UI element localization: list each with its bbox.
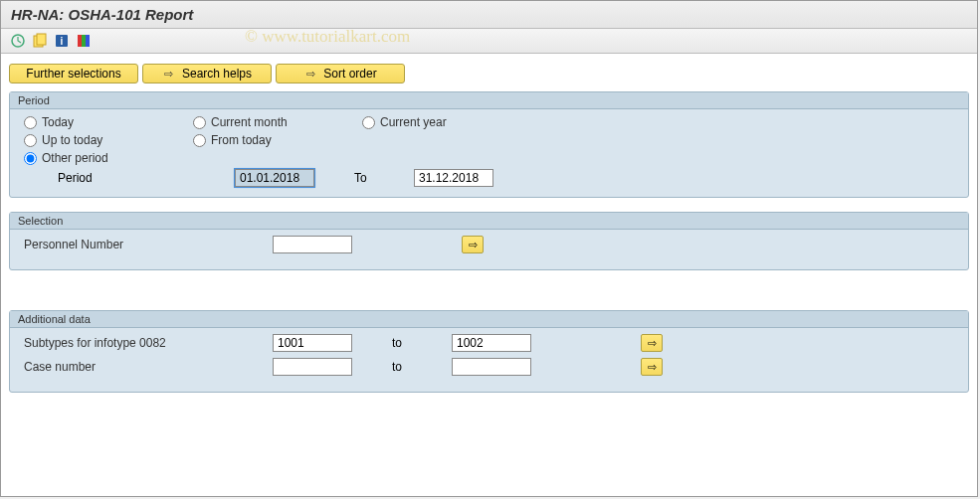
further-selections-button[interactable]: Further selections	[9, 64, 138, 83]
radio-from-today-label: From today	[211, 133, 272, 147]
radio-up-to-today-label: Up to today	[42, 133, 102, 147]
case-number-label: Case number	[24, 360, 263, 374]
svg-rect-2	[37, 34, 46, 45]
personnel-number-input[interactable]	[273, 236, 352, 253]
svg-text:i: i	[61, 36, 64, 47]
selection-group: Selection Personnel Number ⇨	[9, 212, 969, 270]
search-helps-button[interactable]: ⇨ Search helps	[142, 64, 272, 83]
svg-rect-7	[86, 35, 90, 47]
personnel-number-multi-button[interactable]: ⇨	[462, 236, 484, 253]
info-icon[interactable]: i	[53, 32, 71, 50]
radio-today-input[interactable]	[24, 116, 37, 129]
radio-current-month-label: Current month	[211, 115, 288, 129]
sort-order-label: Sort order	[323, 67, 376, 81]
arrow-right-icon: ⇨	[648, 361, 657, 374]
svg-rect-6	[82, 35, 86, 47]
personnel-number-label: Personnel Number	[24, 238, 263, 251]
page-title: HR-NA: OSHA-101 Report	[1, 1, 977, 29]
radio-current-month[interactable]: Current month	[193, 115, 362, 129]
radio-other-period-input[interactable]	[24, 152, 37, 165]
radio-other-period[interactable]: Other period	[24, 151, 193, 165]
subtypes-from-input[interactable]	[273, 334, 352, 352]
arrow-right-icon: ⇨	[469, 239, 478, 251]
radio-from-today[interactable]: From today	[193, 133, 362, 147]
subtypes-to-input[interactable]	[452, 334, 531, 352]
arrow-right-icon: ⇨	[162, 68, 176, 80]
additional-data-group: Additional data Subtypes for infotype 00…	[9, 310, 969, 393]
subtypes-label: Subtypes for infotype 0082	[24, 336, 263, 350]
radio-current-year-input[interactable]	[362, 116, 375, 129]
radio-up-to-today-input[interactable]	[24, 134, 37, 147]
radio-other-period-label: Other period	[42, 151, 108, 165]
execute-icon[interactable]	[9, 32, 27, 50]
period-to-label: To	[354, 171, 404, 185]
case-to-label: to	[392, 360, 442, 374]
application-toolbar: i	[1, 29, 977, 54]
arrow-right-icon: ⇨	[303, 68, 317, 80]
period-legend: Period	[10, 92, 968, 109]
radio-current-year-label: Current year	[380, 115, 447, 129]
additional-data-legend: Additional data	[10, 311, 968, 328]
period-field-label: Period	[58, 171, 225, 185]
subtypes-to-label: to	[392, 336, 442, 350]
layout-icon[interactable]	[75, 32, 93, 50]
main-window: HR-NA: OSHA-101 Report i © www.tutorialk…	[0, 0, 978, 497]
radio-today[interactable]: Today	[24, 115, 193, 129]
radio-current-year[interactable]: Current year	[362, 115, 531, 129]
radio-today-label: Today	[42, 115, 74, 129]
radio-up-to-today[interactable]: Up to today	[24, 133, 193, 147]
selection-legend: Selection	[10, 213, 968, 230]
period-group: Period Today Current month Current year	[9, 91, 969, 198]
selection-button-row: Further selections ⇨ Search helps ⇨ Sort…	[9, 64, 969, 83]
case-to-input[interactable]	[452, 358, 531, 376]
search-helps-label: Search helps	[182, 67, 252, 81]
case-from-input[interactable]	[273, 358, 352, 376]
arrow-right-icon: ⇨	[648, 337, 657, 350]
period-to-input[interactable]	[414, 169, 493, 187]
sort-order-button[interactable]: ⇨ Sort order	[276, 64, 405, 83]
svg-rect-5	[78, 35, 82, 47]
content-area: Further selections ⇨ Search helps ⇨ Sort…	[1, 54, 977, 416]
period-from-input[interactable]	[235, 169, 314, 187]
radio-current-month-input[interactable]	[193, 116, 206, 129]
get-variant-icon[interactable]	[31, 32, 49, 50]
subtypes-multi-button[interactable]: ⇨	[641, 334, 663, 352]
case-multi-button[interactable]: ⇨	[641, 358, 663, 376]
radio-from-today-input[interactable]	[193, 134, 206, 147]
further-selections-label: Further selections	[26, 67, 120, 81]
